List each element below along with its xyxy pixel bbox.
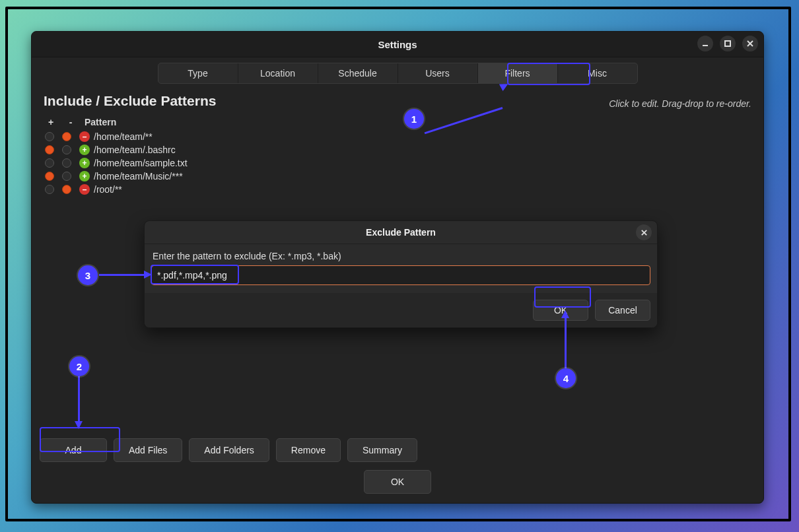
annotation-marker-2: 2 — [69, 356, 89, 376]
pattern-path: /home/team/Music/*** — [94, 171, 183, 182]
include-radio[interactable] — [45, 145, 54, 154]
pattern-path: /root/** — [94, 184, 122, 195]
tab-type[interactable]: Type — [158, 63, 238, 83]
exclude-radio[interactable] — [62, 185, 71, 194]
pattern-cell: +/home/team/sample.txt — [79, 158, 188, 168]
section-title: Include / Exclude Patterns — [44, 93, 216, 109]
arrow-4-head — [561, 310, 569, 318]
exclude-radio[interactable] — [62, 145, 71, 154]
include-radio[interactable] — [45, 132, 54, 141]
add-files-button[interactable]: Add Files — [114, 438, 182, 462]
arrow-2-line — [78, 376, 80, 424]
patterns-table: + - Pattern –/home/team/**+/home/team/.b… — [40, 114, 755, 196]
section-hint: Click to edit. Drag-drop to re-order. — [609, 98, 751, 109]
exclude-radio[interactable] — [62, 158, 71, 168]
dialog-cancel-button[interactable]: Cancel — [595, 300, 650, 321]
minus-icon: – — [79, 184, 90, 195]
plus-icon: + — [79, 158, 90, 168]
pattern-cell: –/root/** — [79, 184, 122, 195]
table-row[interactable]: +/home/team/Music/*** — [40, 170, 755, 183]
minus-icon: – — [79, 131, 90, 142]
dialog-label: Enter the pattern to exclude (Ex: *.mp3,… — [153, 251, 650, 261]
settings-ok-button[interactable]: OK — [364, 470, 431, 494]
include-radio[interactable] — [45, 172, 54, 181]
dialog-close-button[interactable] — [636, 224, 652, 240]
arrow-3-head — [144, 271, 152, 279]
plus-icon: + — [79, 145, 90, 155]
table-row[interactable]: +/home/team/.bashrc — [40, 143, 755, 156]
tab-strip: TypeLocationScheduleUsersFiltersMisc — [158, 63, 638, 84]
arrow-3-line — [99, 274, 147, 276]
tab-schedule[interactable]: Schedule — [318, 63, 398, 83]
annotation-marker-3: 3 — [78, 265, 98, 285]
minimize-button[interactable] — [697, 36, 713, 51]
window-title: Settings — [378, 39, 417, 50]
tab-filters[interactable]: Filters — [477, 63, 557, 83]
tab-users[interactable]: Users — [398, 63, 477, 83]
plus-icon: + — [79, 171, 90, 182]
annotation-marker-1: 1 — [404, 109, 424, 129]
table-row[interactable]: –/root/** — [40, 183, 755, 196]
dialog-title: Exclude Pattern — [366, 227, 436, 238]
include-radio[interactable] — [45, 185, 54, 194]
col-include: + — [45, 117, 57, 127]
exclude-pattern-dialog: Exclude Pattern Enter the pattern to exc… — [144, 220, 658, 328]
dialog-titlebar: Exclude Pattern — [145, 221, 657, 244]
svg-rect-1 — [725, 41, 730, 46]
add-button[interactable]: Add — [40, 438, 107, 462]
tab-misc[interactable]: Misc — [557, 63, 637, 83]
arrow-2-head — [75, 421, 83, 429]
summary-button[interactable]: Summary — [347, 438, 417, 462]
remove-button[interactable]: Remove — [276, 438, 341, 462]
pattern-cell: +/home/team/Music/*** — [79, 171, 183, 182]
exclude-radio[interactable] — [62, 132, 71, 141]
arrow-4-line — [565, 317, 567, 368]
titlebar: Settings — [32, 32, 763, 57]
exclude-radio[interactable] — [62, 172, 71, 181]
pattern-path: /home/team/sample.txt — [94, 158, 188, 168]
include-radio[interactable] — [45, 158, 54, 168]
pattern-cell: +/home/team/.bashrc — [79, 145, 176, 155]
col-pattern: Pattern — [85, 117, 116, 127]
pattern-path: /home/team/.bashrc — [94, 145, 176, 155]
maximize-button[interactable] — [720, 36, 736, 51]
table-row[interactable]: –/home/team/** — [40, 130, 755, 143]
tab-location[interactable]: Location — [238, 63, 318, 83]
col-exclude: - — [65, 117, 77, 127]
dialog-ok-button[interactable]: OK — [533, 300, 588, 321]
annotation-marker-4: 4 — [556, 368, 576, 388]
add-folders-button[interactable]: Add Folders — [189, 438, 269, 462]
pattern-path: /home/team/** — [94, 131, 153, 142]
exclude-pattern-input[interactable] — [151, 265, 650, 285]
table-row[interactable]: +/home/team/sample.txt — [40, 156, 755, 170]
pattern-cell: –/home/team/** — [79, 131, 153, 142]
close-button[interactable] — [742, 36, 758, 51]
